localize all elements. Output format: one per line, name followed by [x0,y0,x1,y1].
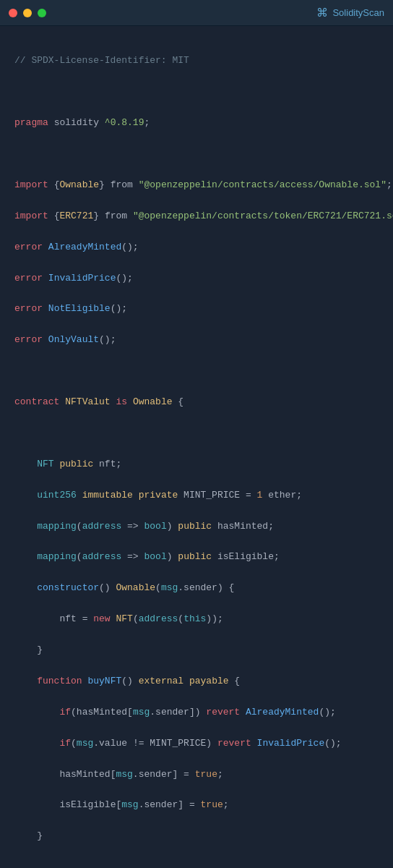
error-already-minted: error [14,242,43,252]
titlebar: ⌘ SolidityScan [0,0,393,26]
close-button[interactable] [9,9,17,17]
import-erc721: import [14,210,48,221]
type-nft: NFT [37,459,53,469]
contract-keyword-1: contract [14,396,59,407]
pragma-keyword: pragma [14,117,48,128]
comment-spdx: // SPDX-License-Identifier: MIT [14,55,189,66]
window-controls [9,9,46,17]
import-ownable: import [14,179,48,190]
maximize-button[interactable] [38,9,46,17]
code-area: // SPDX-License-Identifier: MIT pragma s… [0,26,393,868]
app-title: SolidityScan [332,7,384,18]
minimize-button[interactable] [23,9,32,17]
error-not-eligible: error [14,303,43,314]
logo-icon: ⌘ [316,6,328,20]
logo-area: ⌘ SolidityScan [316,6,384,20]
error-only-vault: error [14,334,43,345]
error-invalid-price: error [14,273,43,284]
